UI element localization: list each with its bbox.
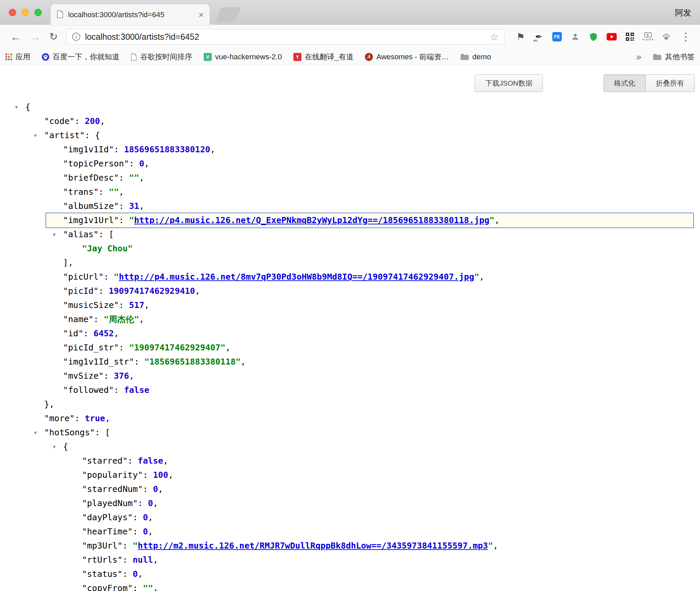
json-token-punc: , [153,498,158,508]
close-window-button[interactable] [9,9,16,16]
json-token-punc: : [122,555,133,565]
bookmarks-bar: 应用 百度一下，你就知道 谷歌按时间排序 V vue-hackernews-2.… [0,49,700,65]
bookmark-item-baidu[interactable]: 百度一下，你就知道 [42,52,119,62]
collapse-triangle-icon[interactable]: ▼ [50,440,58,454]
bookmark-item-awesomes[interactable]: A Awesomes - 前端资… [365,52,449,62]
json-token-str: "周杰伦" [104,314,139,324]
json-token-punc: , [129,371,134,381]
json-link[interactable]: http://p4.music.126.net/Q_ExePNkmqB2yWyL… [134,215,490,225]
json-token-punc: : [114,385,124,395]
json-token-punc: , [195,286,200,296]
bookmark-item-google-sort[interactable]: 谷歌按时间排序 [131,52,192,62]
navigation-bar: ← → ↻ i localhost:3000/artists?id=6452 ☆… [0,25,700,49]
json-line: "briefDesc": "", [0,171,700,185]
json-token-punc: : [134,357,144,367]
user-silhouette-extension-icon[interactable] [570,31,581,42]
json-token-key: "hotSongs" [44,428,95,437]
json-line: ▼"artist": { [0,128,700,143]
json-link[interactable]: http://p4.music.126.net/8mv7qP30Pd3oHW8b… [119,272,474,282]
json-line: "followed": false [0,383,700,397]
minimize-window-button[interactable] [22,9,29,16]
json-token-str: " [488,541,493,551]
other-bookmarks-folder[interactable]: 其他书签 [653,52,695,62]
paw-extension-icon[interactable] [661,31,672,42]
forward-button[interactable]: → [26,31,45,42]
fehelper-extension-icon[interactable]: FE [552,31,562,42]
json-token-key: "name" [63,314,93,324]
json-token-punc: ], [63,258,73,268]
json-token-key: "albumSize" [63,201,119,211]
json-line: ▼{ [0,100,700,114]
json-token-num: true [85,413,105,423]
json-token-punc: : [93,314,104,324]
baidu-paw-icon [42,53,49,61]
folder-icon [653,54,662,60]
collapse-all-button[interactable]: 折叠所有 [646,74,695,92]
browser-window: localhost:3000/artists?id=645 × 阿发 ← → ↻… [0,0,700,591]
json-line: "musicSize": 517, [0,298,700,312]
json-token-punc: : [143,484,153,494]
json-line: "Jay Chou" [0,242,700,256]
bookmark-apps[interactable]: 应用 [5,52,30,62]
shield-extension-icon[interactable] [588,31,599,42]
json-token-key: "briefDesc" [63,173,119,183]
json-token-punc: , [148,527,153,536]
json-token-punc: : [122,541,133,551]
json-token-key: "id" [63,329,83,338]
bookmark-label: 百度一下，你就知道 [53,52,119,62]
bookmark-item-vue-hackernews[interactable]: V vue-hackernews-2.0 [204,53,282,61]
youtube-extension-icon[interactable] [606,31,617,42]
collapse-triangle-icon[interactable]: ▼ [31,426,39,440]
browser-menu-icon[interactable]: ⋮ [678,30,694,43]
reload-button[interactable]: ↻ [45,32,62,42]
json-line: "rtUrls": null, [0,553,700,567]
json-line: "copyFrom": "", [0,581,700,591]
browser-tab[interactable]: localhost:3000/artists?id=645 × [51,4,210,25]
back-button[interactable]: ← [6,31,26,42]
bookmark-item-demo[interactable]: demo [460,53,491,61]
json-line: "picUrl": "http://p4.music.126.net/8mv7q… [0,270,700,284]
json-token-punc: : [119,215,129,225]
json-token-punc: : [119,343,129,352]
omnibox[interactable]: i localhost:3000/artists?id=6452 ☆ [66,29,504,44]
json-token-punc: : [119,173,129,183]
json-token-num: 200 [85,116,100,126]
json-line: "popularity": 100, [0,468,700,482]
json-token-punc: , [100,116,105,126]
json-token-num: 517 [129,300,144,310]
json-page: 下载JSON数据 格式化 折叠所有 ▼{"code": 200,▼"artist… [0,65,700,591]
collapse-triangle-icon[interactable]: ▼ [31,128,39,143]
user-silhouette-icon [571,32,580,41]
json-token-num: 0 [143,512,148,522]
json-line: "trans": "", [0,185,700,199]
flag-extension-icon[interactable]: ⚑ [515,31,526,42]
page-icon [131,53,137,61]
bookmark-label: demo [472,53,491,61]
json-token-punc: : [133,583,143,591]
bookmark-star-icon[interactable]: ☆ [490,31,499,43]
json-token-key: "trans" [63,187,98,197]
tab-title: localhost:3000/artists?id=645 [68,10,194,19]
json-link[interactable]: http://m2.music.126.net/RMJR7wDullRqppBk… [138,541,488,551]
tab-close-icon[interactable]: × [199,10,204,19]
fullscreen-window-button[interactable] [34,9,42,16]
json-token-num: 31 [129,201,139,211]
qrcode-extension-icon[interactable] [624,31,635,42]
bookmark-item-youdao-translate[interactable]: Y 在线翻译_有道 [293,52,353,62]
player-extension-icon[interactable]: PLAYER [643,31,653,42]
json-token-punc: : [114,145,124,154]
translate-pen-extension-icon[interactable]: ✒ en [533,31,544,42]
json-token-key: "picUrl" [63,272,104,282]
page-info-icon[interactable]: i [72,33,80,41]
json-token-punc: , [226,343,231,352]
collapse-triangle-icon[interactable]: ▼ [12,100,21,114]
url-text[interactable]: localhost:3000/artists?id=6452 [85,32,199,42]
bookmarks-overflow-chevron[interactable]: » [636,52,641,62]
collapse-triangle-icon[interactable]: ▼ [50,227,58,242]
json-token-punc: , [210,145,215,154]
json-token-punc: , [158,484,163,494]
new-tab-button[interactable] [216,7,241,22]
json-token-num: 0 [153,484,158,494]
download-json-button[interactable]: 下载JSON数据 [475,74,543,92]
format-button[interactable]: 格式化 [604,74,646,92]
